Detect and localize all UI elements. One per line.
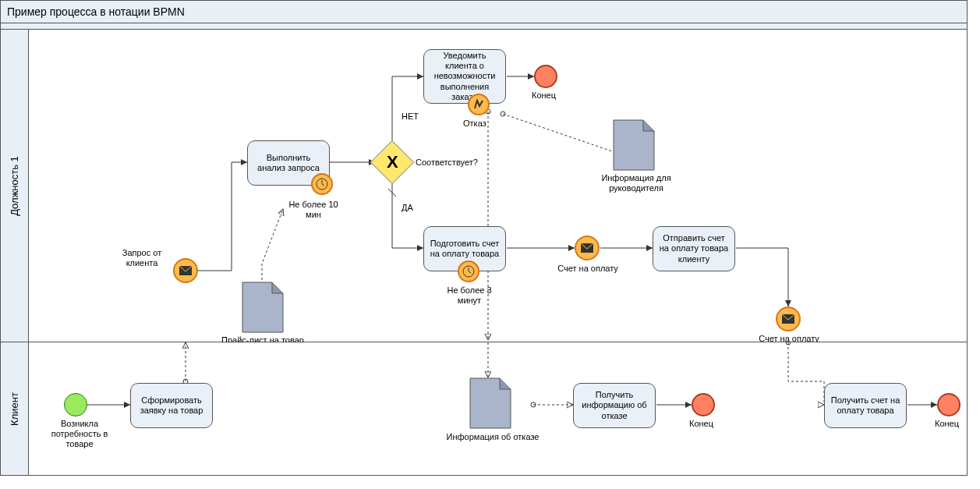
end-event-2	[692, 393, 715, 416]
lane-client: Клиент Возникла по	[1, 342, 967, 475]
lane-role1: Должность 1	[1, 30, 967, 342]
label-mgr-info: Информация для руководителя	[593, 173, 679, 193]
label-timer1: Не более 10 мин	[286, 200, 341, 220]
document-icon	[469, 377, 512, 430]
lane1-label: Должность 1	[1, 30, 29, 342]
error-boundary	[468, 94, 490, 115]
task-receive-invoice: Получить счет на оплату товара	[824, 383, 907, 428]
envelope-icon	[581, 242, 593, 254]
bpmn-pool: Пример процесса в нотации BPMN Должность…	[0, 0, 968, 476]
task-notify-impossible: Уведомить клиента о невозможности выполн…	[423, 49, 506, 104]
task-form-request: Сформировать заявку на товар	[130, 383, 213, 428]
error-event-icon-wrap	[468, 94, 490, 115]
end-event-3	[937, 393, 961, 416]
label-request-from-client: Запрос от клиента	[107, 248, 177, 268]
doc-price-list	[241, 281, 285, 334]
pool-title: Пример процесса в нотации BPMN	[1, 1, 967, 23]
doc-mgr-info	[612, 119, 656, 172]
label-gateway: Соответствует?	[416, 158, 478, 168]
label-yes: ДА	[402, 203, 413, 213]
message-event-invoice	[575, 236, 600, 260]
task-send-invoice: Отправить счет на оплату товара клиенту	[653, 226, 735, 271]
envelope-icon	[782, 313, 794, 325]
message-event-invoice2	[776, 307, 801, 331]
start-event-need	[64, 393, 87, 416]
label-end3: Конец	[935, 419, 959, 429]
timer-boundary-2	[458, 260, 479, 282]
label-refusal: Отказ	[463, 119, 486, 129]
lane1-body: Запрос от клиента Выполнить анализ запро…	[29, 30, 967, 342]
clock-icon	[462, 265, 475, 278]
task-receive-refusal: Получить информацию об отказе	[573, 383, 656, 428]
clock-icon	[316, 178, 328, 190]
label-start-need: Возникла потребность в товаре	[44, 419, 115, 450]
doc-refusal-info	[469, 377, 512, 430]
lane2-label: Клиент	[1, 342, 29, 475]
gateway-x-icon: X	[387, 152, 398, 172]
lane2-label-text: Клиент	[9, 392, 20, 426]
envelope-icon	[179, 264, 192, 277]
label-end2: Конец	[689, 419, 713, 429]
end-event-1	[534, 65, 557, 88]
label-invoice-msg: Счет на оплату	[553, 264, 623, 274]
label-refusal-info: Информация об отказе	[442, 432, 543, 442]
document-icon	[241, 281, 285, 334]
message-event-request	[173, 258, 198, 283]
document-icon	[612, 119, 656, 172]
error-icon	[472, 98, 485, 111]
label-timer2: Не более 3 минут	[442, 285, 497, 306]
label-no: НЕТ	[402, 112, 419, 122]
pool-separator	[1, 23, 967, 30]
gateway-match: X	[370, 140, 415, 185]
timer-boundary-1	[311, 173, 333, 195]
label-end1: Конец	[532, 90, 556, 101]
lane1-label-text: Должность 1	[9, 156, 20, 216]
lanes-container: Должность 1	[1, 30, 967, 475]
lane2-body: Возникла потребность в товаре Сформирова…	[29, 342, 967, 475]
